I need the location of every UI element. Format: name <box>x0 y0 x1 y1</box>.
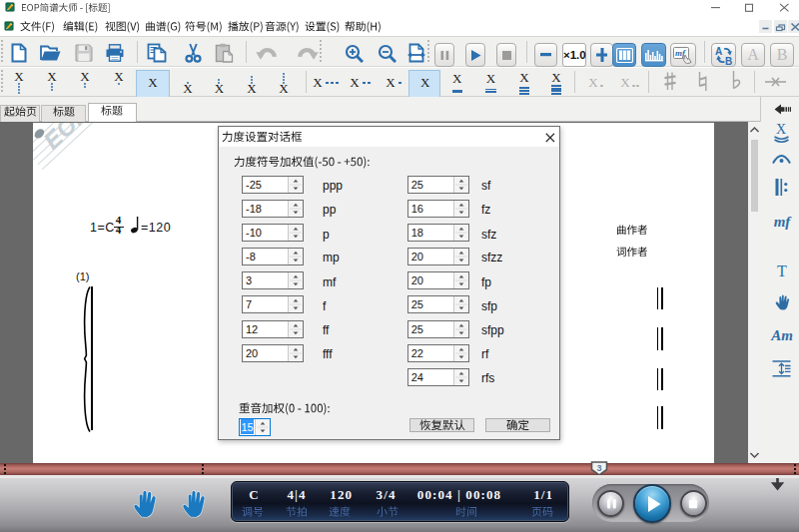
svg-text:EOP: EOP <box>38 123 95 155</box>
svg-text:A: A <box>715 46 722 57</box>
svg-text:3: 3 <box>596 463 601 473</box>
svg-text:B: B <box>725 56 732 65</box>
